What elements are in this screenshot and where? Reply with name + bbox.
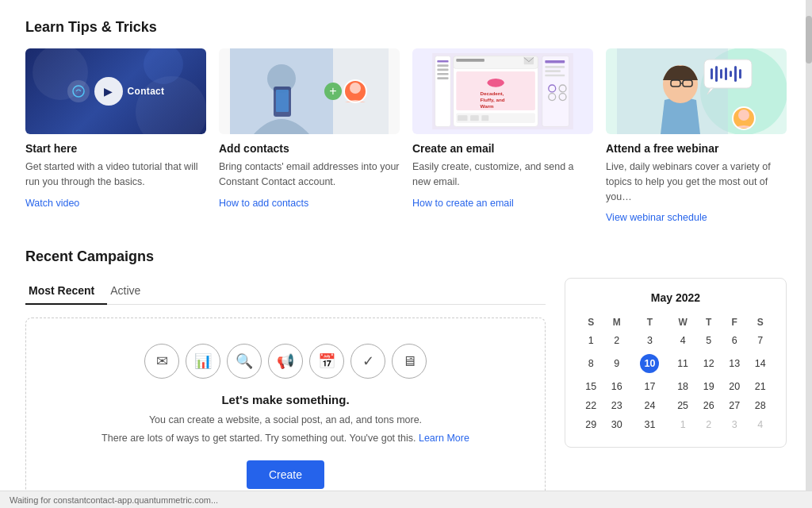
tip-link-watch-video[interactable]: Watch video [25,198,79,209]
campaigns-section: Most Recent Active ✉ 📊 🔍 📢 📅 ✓ [25,278,787,508]
tips-row: ▶ Contact Start here Get started with a … [25,48,787,223]
tab-most-recent[interactable]: Most Recent [25,278,107,305]
cal-day[interactable]: 8 [578,350,604,377]
tip-desc-start-here: Get started with a video tutorial that w… [25,160,206,190]
svg-rect-35 [545,60,565,64]
svg-rect-23 [456,59,485,62]
calendar-today: 10 [640,354,659,373]
svg-rect-53 [720,69,722,79]
svg-text:Fluffy, and: Fluffy, and [481,97,505,102]
svg-text:Warm: Warm [481,103,495,109]
cal-day[interactable]: 12 [695,350,722,377]
learn-more-link[interactable]: Learn More [419,433,469,444]
scrollbar-thumb[interactable] [806,16,812,64]
cal-day[interactable]: 18 [670,377,696,396]
status-text: Waiting for constantcontact-app.quantumm… [10,495,218,505]
tip-image-webinar [606,48,787,134]
svg-rect-51 [710,68,713,79]
tabs-row: Most Recent Active [25,278,546,305]
tip-title-webinar: Attend a free webinar [606,142,787,155]
cal-day[interactable]: 3 [630,331,670,350]
svg-rect-56 [734,66,737,82]
cal-day[interactable]: 19 [695,377,722,396]
cal-day[interactable]: 28 [747,396,773,415]
cal-day[interactable]: 16 [604,377,630,396]
cal-day[interactable]: 20 [722,377,748,396]
cal-day[interactable]: 6 [722,331,748,350]
svg-rect-38 [545,75,565,77]
cal-header-thu: T [695,314,722,331]
tip-desc-create-email: Easily create, customize, and send a new… [412,160,593,190]
cal-header-fri: F [722,314,748,331]
cal-day[interactable]: 27 [722,396,748,415]
cal-day[interactable]: 11 [670,350,696,377]
tip-link-webinar[interactable]: View webinar schedule [606,212,707,223]
empty-state-title: Let's make something. [221,393,349,406]
cal-day[interactable]: 1 [578,331,604,350]
icon-chart: 📊 [186,344,220,379]
campaigns-right: May 2022 S M T W T F S 1 [565,278,787,448]
cal-header-sun: S [578,314,604,331]
svg-rect-52 [715,66,718,82]
svg-rect-20 [437,77,448,79]
cal-day[interactable]: 31 [630,415,670,434]
icon-check: ✓ [350,344,385,379]
svg-rect-17 [437,64,448,67]
cal-day[interactable]: 21 [747,377,773,396]
cal-day[interactable]: 2 [695,415,722,434]
empty-icons-row: ✉ 📊 🔍 📢 📅 ✓ 🖥 [144,344,427,379]
icon-desktop: 🖥 [392,344,427,379]
scrollbar[interactable] [806,0,812,508]
cal-day[interactable]: 30 [604,415,630,434]
cal-day[interactable]: 4 [670,331,696,350]
cal-header-wed: W [670,314,696,331]
status-bar: Waiting for constantcontact-app.quantumm… [0,491,812,508]
svg-rect-36 [545,66,565,68]
tip-card-start-here: ▶ Contact Start here Get started with a … [25,48,206,223]
cal-header-tue: T [630,314,670,331]
tip-title-create-email: Create an email [412,142,593,155]
cal-day[interactable]: 5 [695,331,722,350]
cal-day[interactable]: 15 [578,377,604,396]
page-container: Learn Tips & Tricks ▶ [0,0,812,508]
cal-day[interactable]: 25 [670,396,696,415]
cal-day[interactable]: 2 [604,331,630,350]
svg-point-12 [350,83,361,94]
svg-rect-15 [435,56,451,127]
calendar-grid: S M T W T F S 12345678910111213141516171… [578,314,773,434]
tip-desc-add-contacts: Bring contacts' email addresses into you… [219,160,400,190]
svg-rect-18 [437,69,448,71]
icon-search: 🔍 [227,344,262,379]
cal-day[interactable]: 3 [722,415,748,434]
tips-section-title: Learn Tips & Tricks [25,19,787,36]
tip-link-add-contacts[interactable]: How to add contacts [219,198,308,209]
svg-rect-30 [456,114,535,123]
create-button[interactable]: Create [247,460,324,489]
tip-desc-webinar: Live, daily webinars cover a variety of … [606,160,787,204]
cal-day[interactable]: 23 [604,396,630,415]
svg-rect-19 [437,73,448,75]
cal-day[interactable]: 24 [630,396,670,415]
tip-image-add-contacts: + [219,48,400,134]
cal-day[interactable]: 13 [722,350,748,377]
cal-day[interactable]: 4 [747,415,773,434]
cal-day[interactable]: 1 [670,415,696,434]
cal-day[interactable]: 22 [578,396,604,415]
cal-day[interactable]: 26 [695,396,722,415]
cal-day[interactable]: 9 [604,350,630,377]
tip-image-create-email: Decadent, Fluffy, and Warm [412,48,593,134]
calendar-title: May 2022 [578,291,773,304]
svg-rect-16 [437,60,448,63]
svg-point-26 [487,79,504,87]
campaigns-left: Most Recent Active ✉ 📊 🔍 📢 📅 ✓ [25,278,546,508]
tab-active[interactable]: Active [107,278,153,305]
cal-day[interactable]: 17 [630,377,670,396]
cal-day[interactable]: 7 [747,331,773,350]
cal-header-mon: M [604,314,630,331]
cal-day[interactable]: 14 [747,350,773,377]
tip-link-create-email[interactable]: How to create an email [412,198,514,209]
cal-day[interactable]: 29 [578,415,604,434]
cal-day[interactable]: 10 [630,350,670,377]
svg-rect-8 [276,90,289,112]
svg-text:Decadent,: Decadent, [481,90,504,96]
